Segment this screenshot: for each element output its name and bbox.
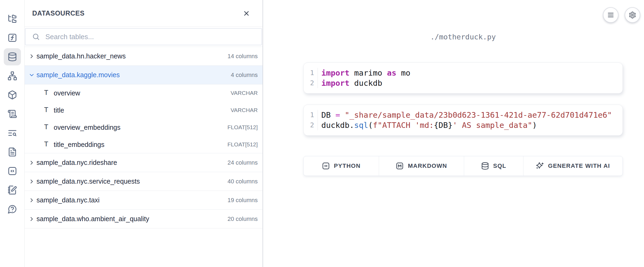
notebook-area: ./motherduck.py 12import marimo as moimp… [303, 0, 623, 267]
code-editor[interactable]: DB = "_share/sample_data/23b0d623-1361-4… [318, 110, 612, 130]
sidebar-item-scratchpad[interactable] [4, 181, 21, 199]
column-name: overview_embeddings [54, 124, 227, 131]
chevron-right-icon [28, 197, 35, 203]
settings-icon [629, 11, 636, 19]
table-name: sample_data.hn.hacker_news [37, 52, 227, 60]
chevron-right-icon [28, 178, 35, 185]
panel-header: DATASOURCES [25, 0, 263, 27]
chevron-right-icon [28, 53, 35, 60]
table-list: sample_data.hn.hacker_news14 columnssamp… [25, 47, 263, 228]
sidebar-item-help[interactable] [4, 201, 21, 218]
text-type-icon: T [44, 106, 54, 114]
box-icon [8, 90, 17, 100]
column-type: VARCHAR [231, 107, 258, 113]
text-type-icon: T [44, 89, 54, 97]
add-cell-sql-button[interactable]: SQL [464, 156, 523, 176]
square-m-icon [396, 162, 404, 170]
helper-sidebar [0, 0, 25, 267]
search-section [25, 27, 263, 47]
table-row[interactable]: sample_data.nyc.taxi19 columns [25, 191, 263, 210]
table-column-count: 20 columns [227, 216, 258, 222]
cell-list: 12import marimo as moimport duckdb12DB =… [303, 62, 623, 136]
text-type-icon: T [44, 123, 54, 131]
line-number-gutter: 12 [304, 68, 318, 88]
sidebar-item-variables[interactable] [4, 29, 21, 46]
folder-tree-icon [8, 14, 17, 24]
table-name: sample_data.nyc.taxi [37, 196, 227, 204]
column-name: overview [54, 89, 231, 97]
sidebar-item-documentation[interactable] [4, 143, 21, 161]
network-icon [8, 71, 17, 81]
table-row[interactable]: sample_data.nyc.service_requests40 colum… [25, 172, 263, 191]
table-column-count: 19 columns [227, 197, 258, 204]
table-name: sample_data.who.ambient_air_quality [37, 215, 227, 223]
column-type: FLOAT[512] [227, 124, 258, 131]
button-label: GENERATE WITH AI [548, 162, 610, 169]
column-row[interactable]: Toverview_embeddingsFLOAT[512] [25, 119, 263, 136]
table-column-count: 14 columns [227, 53, 258, 60]
table-column-count: 40 columns [227, 178, 258, 185]
code-cell[interactable]: 12DB = "_share/sample_data/23b0d623-1361… [303, 105, 623, 136]
add-cell-toolbar: PYTHONMARKDOWNSQLGENERATE WITH AI [303, 156, 623, 176]
text-search-icon [8, 128, 17, 138]
column-row[interactable]: ToverviewVARCHAR [25, 84, 263, 102]
table-column-count: 24 columns [227, 159, 258, 166]
column-name: title_embeddings [54, 141, 227, 149]
button-label: PYTHON [334, 162, 361, 169]
table-column-count: 4 columns [231, 72, 258, 79]
sparkles-icon [536, 162, 544, 170]
datasources-panel: DATASOURCES sample_data.hn.hacker_news14… [25, 0, 263, 267]
panel-title: DATASOURCES [32, 9, 241, 17]
table-row[interactable]: sample_data.who.ambient_air_quality20 co… [25, 210, 263, 228]
message-circle-question-icon [8, 204, 17, 214]
line-number-gutter: 12 [304, 110, 318, 130]
search-icon [32, 33, 40, 41]
scroll-text-icon [8, 109, 17, 119]
sidebar-item-dependencies[interactable] [4, 67, 21, 84]
chevron-down-icon [28, 72, 35, 78]
menu-icon [607, 11, 614, 19]
add-cell-generate-with-ai-button[interactable]: GENERATE WITH AI [523, 156, 623, 176]
table-columns: ToverviewVARCHARTtitleVARCHARToverview_e… [25, 84, 263, 153]
chevron-right-icon [28, 216, 35, 222]
menu-button[interactable] [603, 7, 618, 23]
column-type: FLOAT[512] [227, 141, 258, 148]
notebook-pen-icon [8, 185, 17, 195]
sidebar-item-packages[interactable] [4, 86, 21, 103]
code-cell[interactable]: 12import marimo as moimport duckdb [303, 62, 623, 94]
table-name: sample_data.nyc.rideshare [37, 159, 227, 166]
add-cell-python-button[interactable]: PYTHON [304, 156, 379, 176]
table-name: sample_data.kaggle.movies [37, 71, 231, 79]
button-label: MARKDOWN [408, 162, 447, 169]
sidebar-item-files[interactable] [4, 10, 21, 27]
close-icon [243, 10, 250, 17]
search-input[interactable] [45, 32, 256, 41]
column-row[interactable]: Ttitle_embeddingsFLOAT[512] [25, 136, 263, 153]
search-box [25, 28, 262, 45]
table-row[interactable]: sample_data.kaggle.movies4 columns [25, 66, 263, 84]
add-cell-markdown-button[interactable]: MARKDOWN [379, 156, 464, 176]
square-function-icon [8, 33, 17, 43]
column-type: VARCHAR [231, 90, 258, 96]
sidebar-item-datasources[interactable] [4, 48, 21, 65]
table-row[interactable]: sample_data.hn.hacker_news14 columns [25, 47, 263, 66]
close-panel-button[interactable] [241, 8, 252, 19]
chevron-right-icon [28, 160, 35, 166]
file-text-icon [8, 147, 17, 157]
notebook-filename: ./motherduck.py [303, 33, 623, 41]
table-name: sample_data.nyc.service_requests [37, 177, 227, 185]
sidebar-item-logs[interactable] [4, 105, 21, 123]
square-code-icon [322, 162, 330, 170]
database-icon [481, 162, 489, 170]
sidebar-item-outline-search[interactable] [4, 124, 21, 142]
column-name: title [54, 106, 231, 114]
button-label: SQL [493, 162, 506, 169]
table-row[interactable]: sample_data.nyc.rideshare24 columns [25, 153, 263, 172]
text-type-icon: T [44, 140, 54, 149]
column-row[interactable]: TtitleVARCHAR [25, 102, 263, 119]
settings-button[interactable] [625, 7, 640, 23]
database-icon [8, 52, 17, 62]
square-code-icon [8, 166, 17, 176]
code-editor[interactable]: import marimo as moimport duckdb [318, 68, 410, 88]
sidebar-item-snippets[interactable] [4, 162, 21, 180]
